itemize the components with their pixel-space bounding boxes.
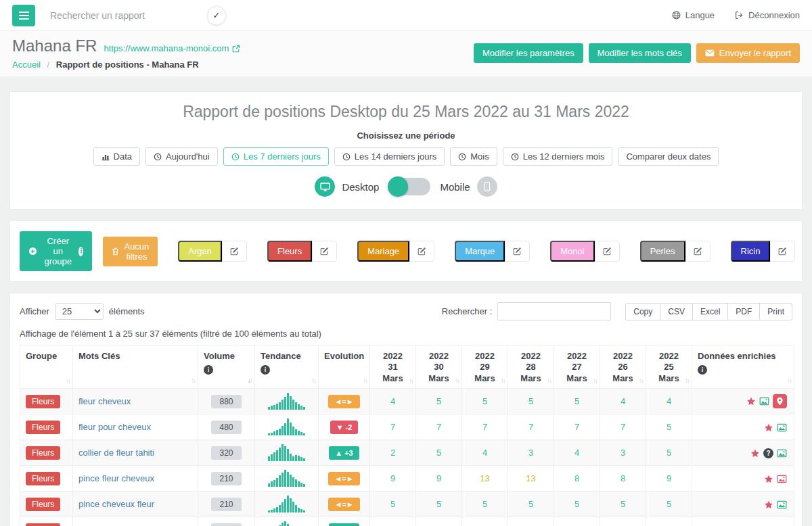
- date-day: 28: [514, 362, 548, 373]
- language-menu[interactable]: Langue: [672, 10, 715, 20]
- menu-toggle-button[interactable]: [12, 5, 35, 26]
- button-label: Modifier les mots clés: [597, 48, 682, 58]
- device-toggle-row: Desktop Mobile: [10, 176, 802, 197]
- group-filter-perles[interactable]: Perles: [640, 241, 685, 262]
- column-header-volume[interactable]: Volumei↓↑: [198, 345, 255, 389]
- keyword-link[interactable]: fleur cheveux: [78, 396, 131, 406]
- keyword-link[interactable]: fleur pour cheveux: [78, 422, 151, 432]
- header-actions: Modifier les paramètresModifier les mots…: [474, 43, 800, 63]
- create-group-button[interactable]: Créer un groupe i: [20, 231, 92, 271]
- evolution-badge: ▼ -2: [330, 421, 359, 434]
- column-header-2022-26-mars[interactable]: 202226Mars↑↓: [600, 345, 646, 389]
- cell-enriched-data: [692, 517, 794, 526]
- page-length-select[interactable]: 25: [55, 303, 104, 320]
- copy-export-button[interactable]: Copy: [625, 303, 660, 320]
- cell-position: 5: [462, 492, 508, 517]
- edit-group-button[interactable]: [595, 241, 620, 262]
- date-month: Mars: [514, 373, 548, 384]
- clear-filters-button[interactable]: Aucun filtres: [103, 237, 158, 266]
- logout-link[interactable]: Déconnexion: [735, 10, 800, 20]
- volume-badge: 880: [211, 395, 241, 408]
- modifier-les-mots-cl-s-button[interactable]: Modifier les mots clés: [589, 43, 691, 63]
- column-header-2022-30-mars[interactable]: 202230Mars↑↓: [416, 345, 462, 389]
- position-value: 4: [574, 448, 579, 458]
- cell-keyword: collier de fleur tahiti: [73, 440, 198, 466]
- group-filter-mariage[interactable]: Mariage: [357, 241, 409, 262]
- date-day: 27: [560, 362, 594, 373]
- period-button-les-14-derniers-jours[interactable]: Les 14 derniers jours: [334, 147, 445, 166]
- desktop-label: Desktop: [342, 181, 379, 193]
- edit-group-button[interactable]: [409, 241, 434, 262]
- clock-icon: [231, 153, 240, 161]
- column-header-evolution[interactable]: Evolution↑↓: [319, 345, 370, 389]
- edit-group-button[interactable]: [505, 241, 530, 262]
- period-button-comparer-deux-dates[interactable]: Comparer deux dates: [618, 147, 719, 166]
- period-button-les-12-derniers-mois[interactable]: Les 12 derniers mois: [503, 147, 613, 166]
- cell-evolution: ◄=►: [319, 466, 370, 492]
- date-day: 29: [468, 362, 502, 373]
- column-header-tendance[interactable]: Tendancei↑↓: [255, 345, 319, 389]
- cell-position: 17: [554, 517, 600, 526]
- cell-position: 13: [462, 466, 508, 492]
- column-header-2022-29-mars[interactable]: 202229Mars↑↓: [462, 345, 508, 389]
- group-filter-argan[interactable]: Argan: [178, 241, 222, 262]
- print-export-button[interactable]: Print: [759, 303, 792, 320]
- cell-evolution: ◄=►: [319, 389, 370, 414]
- column-header-donn-es-enrichies[interactable]: Données enrichiesi↑↓: [692, 345, 794, 389]
- column-header-2022-27-mars[interactable]: 202227Mars↑↓: [554, 345, 600, 389]
- report-search-input[interactable]: [49, 9, 177, 22]
- cell-volume: 480: [198, 414, 255, 440]
- keyword-link[interactable]: pince cheveux fleur: [78, 499, 154, 509]
- device-toggle-switch[interactable]: [388, 178, 430, 195]
- volume-badge: 210: [211, 523, 241, 526]
- breadcrumb-home-link[interactable]: Accueil: [12, 59, 41, 70]
- clock-icon: [342, 153, 351, 161]
- group-badge: Fleurs: [26, 498, 60, 511]
- period-button-aujourd-hui[interactable]: Aujourd'hui: [145, 147, 218, 166]
- table-search-input[interactable]: [497, 302, 611, 320]
- pdf-export-button[interactable]: PDF: [727, 303, 760, 320]
- column-label: Groupe: [26, 351, 67, 362]
- trend-sparkline: [261, 496, 313, 512]
- column-header-groupe[interactable]: Groupe↑↓: [20, 345, 73, 389]
- modifier-les-param-tres-button[interactable]: Modifier les paramètres: [474, 43, 583, 63]
- globe-icon: [672, 11, 681, 20]
- keyword-link[interactable]: pince fleur cheveux: [78, 473, 154, 483]
- edit-group-button[interactable]: [685, 241, 710, 262]
- edit-group-button[interactable]: [222, 241, 247, 262]
- period-button-data[interactable]: Data: [93, 147, 140, 166]
- edit-group-button[interactable]: [312, 241, 337, 262]
- position-value: 3: [621, 448, 625, 458]
- date-month: Mars: [652, 373, 686, 384]
- cell-position: 5: [646, 492, 692, 517]
- csv-export-button[interactable]: CSV: [660, 303, 693, 320]
- group-filter-ricin[interactable]: Ricin: [731, 241, 771, 262]
- period-button-les-7-derniers-jours[interactable]: Les 7 derniers jours: [223, 147, 329, 166]
- period-button-mois[interactable]: Mois: [450, 147, 497, 166]
- column-header-mots-cl-s[interactable]: Mots Clés↑↓: [73, 345, 198, 389]
- cell-position: 7: [600, 414, 646, 440]
- toggle-knob: [388, 176, 408, 197]
- envoyer-le-rapport-button[interactable]: Envoyer le rapport: [696, 43, 800, 63]
- keyword-link[interactable]: collier de fleur tahiti: [78, 448, 154, 458]
- column-header-2022-25-mars[interactable]: 202225Mars↑↓: [646, 345, 692, 389]
- site-url-link[interactable]: https://www.mahana-monoi.com: [104, 43, 240, 53]
- group-filter-monoi[interactable]: Monoi: [550, 241, 594, 262]
- cell-enriched-data: [692, 414, 794, 440]
- star-icon: [764, 500, 773, 509]
- group-filter-marque[interactable]: Marque: [455, 241, 505, 262]
- position-value: 5: [436, 396, 441, 406]
- edit-group-button[interactable]: [770, 241, 795, 262]
- excel-export-button[interactable]: Excel: [692, 303, 728, 320]
- position-value: 5: [667, 422, 671, 432]
- group-filter-fleurs[interactable]: Fleurs: [267, 241, 312, 262]
- sort-icon: ↑↓: [501, 377, 505, 384]
- cell-group: Fleurs: [20, 414, 73, 440]
- pencil-square-icon: [778, 247, 787, 256]
- column-header-2022-28-mars[interactable]: 202228Mars↑↓: [508, 345, 554, 389]
- column-header-2022-31-mars[interactable]: 202231Mars↑↓: [370, 345, 416, 389]
- mobile-icon: [477, 176, 497, 197]
- sort-icon: ↑↓: [191, 377, 195, 384]
- search-confirm-button[interactable]: ✓: [207, 6, 226, 25]
- cell-volume: 210: [198, 466, 255, 492]
